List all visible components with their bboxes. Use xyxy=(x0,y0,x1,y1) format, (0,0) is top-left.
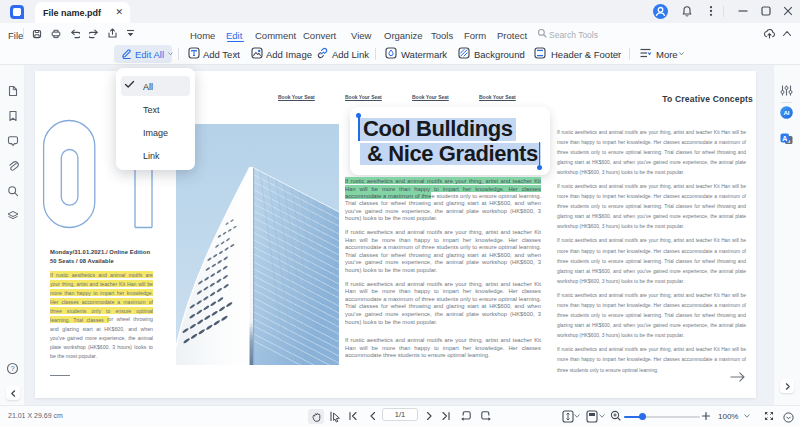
svg-text:?: ? xyxy=(10,364,14,373)
svg-text:AI: AI xyxy=(783,109,789,116)
svg-text:A: A xyxy=(782,135,787,142)
